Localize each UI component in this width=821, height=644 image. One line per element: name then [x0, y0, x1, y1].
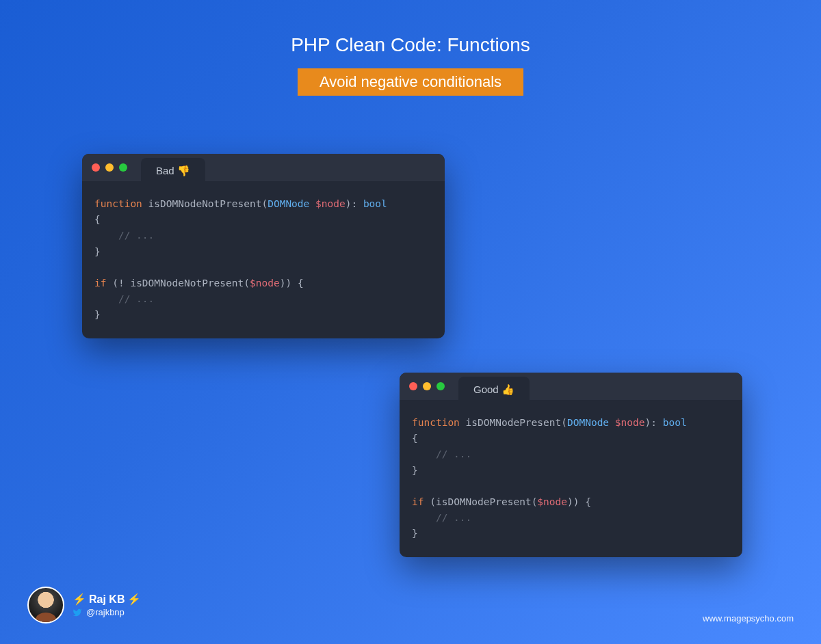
close-icon [409, 382, 417, 390]
lightning-icon: ⚡ [73, 593, 86, 606]
page-title: PHP Clean Code: Functions [0, 34, 821, 56]
paren: ( [106, 278, 118, 289]
keyword-if: if [412, 496, 423, 507]
code-window-bad: Bad 👎 function isDOMNodeNotPresent(DOMNo… [82, 154, 445, 338]
keyword-function: function [412, 417, 460, 428]
author-name: Raj KB [89, 593, 125, 606]
close-icon [92, 163, 100, 172]
comment: // ... [94, 230, 154, 241]
paren: ) [567, 496, 573, 507]
brace: } [412, 528, 418, 539]
tab-bad: Bad 👎 [141, 158, 205, 184]
maximize-icon [119, 163, 127, 172]
minimize-icon [105, 163, 114, 172]
param-name: $node [309, 198, 345, 209]
avatar [27, 587, 64, 623]
brace: { [585, 496, 591, 507]
paren: ) [573, 496, 585, 507]
param-name: $node [609, 417, 644, 428]
colon: : [651, 417, 662, 428]
paren: ) [285, 278, 297, 289]
brace: { [94, 214, 101, 225]
window-controls [92, 163, 127, 172]
twitter-icon [73, 608, 82, 617]
maximize-icon [436, 382, 445, 390]
subtitle-badge: Avoid negative conditionals [298, 68, 523, 96]
paren: ( [244, 278, 250, 289]
comment: // ... [94, 293, 154, 304]
brace: { [412, 433, 418, 444]
author-name-line: ⚡ Raj KB ⚡ [73, 593, 141, 606]
titlebar: Bad 👎 [82, 154, 445, 181]
param-type: DOMNode [567, 417, 609, 428]
paren: ( [423, 496, 435, 507]
call-arg: $node [250, 278, 280, 289]
paren: ( [561, 417, 567, 428]
paren: ( [261, 198, 268, 209]
paren: ) [644, 417, 651, 428]
website-link: www.magepsycho.com [703, 613, 794, 623]
function-name: isDOMNodePresent [460, 417, 561, 428]
keyword-function: function [94, 198, 142, 209]
brace: } [94, 246, 101, 257]
colon: : [351, 198, 363, 209]
window-controls [409, 382, 445, 390]
author-text: ⚡ Raj KB ⚡ @rajkbnp [73, 593, 141, 617]
footer: ⚡ Raj KB ⚡ @rajkbnp www.magepsycho.com [27, 587, 794, 623]
brace: } [412, 465, 418, 476]
brace: { [298, 278, 304, 289]
not-operator: ! [118, 278, 130, 289]
comment: // ... [412, 512, 471, 523]
return-type: bool [363, 198, 387, 209]
code-body-good: function isDOMNodePresent(DOMNode $node)… [400, 400, 742, 557]
minimize-icon [423, 382, 431, 390]
tab-good: Good 👍 [458, 377, 530, 403]
function-name: isDOMNodeNotPresent [142, 198, 262, 209]
brace: } [94, 309, 101, 320]
comment: // ... [412, 448, 471, 459]
header: PHP Clean Code: Functions Avoid negative… [0, 0, 821, 96]
titlebar: Good 👍 [400, 373, 742, 400]
call-arg: $node [537, 496, 567, 507]
lightning-icon: ⚡ [127, 593, 141, 606]
keyword-if: if [94, 278, 106, 289]
param-type: DOMNode [268, 198, 309, 209]
author-handle-line: @rajkbnp [73, 607, 141, 617]
code-body-bad: function isDOMNodeNotPresent(DOMNode $no… [82, 181, 445, 338]
code-window-good: Good 👍 function isDOMNodePresent(DOMNode… [400, 373, 742, 557]
call-fn: isDOMNodeNotPresent [130, 278, 244, 289]
author-handle: @rajkbnp [86, 607, 125, 617]
author-block: ⚡ Raj KB ⚡ @rajkbnp [27, 587, 141, 623]
return-type: bool [663, 417, 687, 428]
call-fn: isDOMNodePresent [436, 496, 532, 507]
